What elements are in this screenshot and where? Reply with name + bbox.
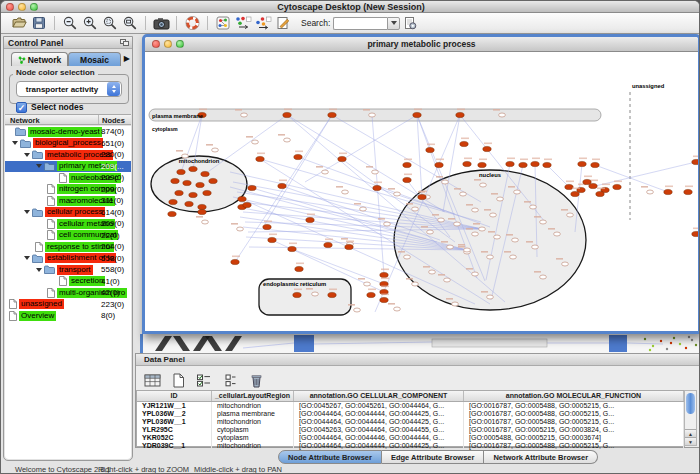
disclosure-triangle-icon[interactable]	[21, 150, 32, 160]
network-node[interactable]	[519, 162, 527, 167]
network-node[interactable]	[168, 211, 176, 216]
tree-row-macromolecule[interactable]: macromolecule311(0)	[5, 195, 131, 207]
network-node[interactable]	[295, 266, 303, 271]
layout-b-icon[interactable]	[254, 14, 272, 32]
network-node-open[interactable]	[562, 262, 569, 266]
network-node-open[interactable]	[438, 218, 445, 222]
zoom-fit-icon[interactable]	[121, 14, 139, 32]
network-node[interactable]	[506, 161, 514, 166]
tree-row-unassigned[interactable]: unassigned223(0)	[5, 299, 131, 311]
tab-node-attribute-browser[interactable]: Node Attribute Browser	[278, 450, 382, 464]
layout-a-icon[interactable]	[234, 14, 252, 32]
background-network-window[interactable]	[140, 334, 700, 354]
network-node-open[interactable]	[284, 138, 291, 142]
tab-network[interactable]: Network	[11, 52, 68, 66]
tree-row-nucleobase-c[interactable]: nucleobase-c209(0)	[5, 172, 131, 184]
network-node-open[interactable]	[322, 170, 329, 174]
network-node[interactable]	[169, 199, 177, 204]
tab-mosaic[interactable]: Mosaic	[68, 52, 121, 66]
tree-row-establishment-of-lo[interactable]: establishment of lo558(0)	[5, 253, 131, 265]
network-node[interactable]	[177, 169, 185, 174]
network-node[interactable]	[403, 162, 411, 167]
tree-row-metabolic-process[interactable]: metabolic process280(0)	[5, 149, 131, 161]
zoom-in-icon[interactable]	[81, 14, 99, 32]
network-node[interactable]	[201, 171, 209, 176]
network-node[interactable]	[198, 204, 206, 209]
network-node[interactable]	[578, 161, 586, 166]
network-node[interactable]	[189, 166, 197, 171]
help-ring-icon[interactable]	[183, 14, 201, 32]
network-node[interactable]	[380, 272, 388, 277]
network-node[interactable]	[583, 179, 591, 184]
attr-select-icon[interactable]	[195, 371, 213, 389]
network-node[interactable]	[596, 191, 604, 196]
network-node[interactable]	[483, 146, 491, 151]
network-node[interactable]	[171, 178, 179, 183]
network-node-open[interactable]	[460, 192, 467, 196]
network-node[interactable]	[664, 189, 672, 194]
tree-row-cellular-process[interactable]: cellular process614(0)	[5, 207, 131, 219]
network-node[interactable]	[203, 190, 211, 195]
network-node-open[interactable]	[364, 282, 371, 286]
network-node-open[interactable]	[480, 183, 487, 187]
network-node-open[interactable]	[429, 270, 436, 274]
table-row[interactable]: YDR039C__1mitochondrion[GO:0044464, GO:0…	[137, 442, 684, 450]
network-node-open[interactable]	[499, 113, 506, 117]
network-node-open[interactable]	[237, 227, 244, 231]
network-node-open[interactable]	[212, 148, 219, 152]
tree-row-multi-organism-pro[interactable]: multi-organism pro42(0)	[5, 287, 131, 299]
scroll-down-icon[interactable]: ▼	[685, 437, 696, 445]
column-header[interactable]: annotation.GO MOLECULAR_FUNCTION	[464, 391, 684, 401]
network-node-open[interactable]	[497, 197, 504, 201]
tree-row-cell-communicat[interactable]: cell communicat22(0)	[5, 230, 131, 242]
network-node-open[interactable]	[342, 190, 349, 194]
network-node[interactable]	[338, 156, 346, 161]
network-node-open[interactable]	[530, 205, 537, 209]
attribute-table-header[interactable]: ID_cellularLayoutRegionannotation.GO CEL…	[137, 391, 684, 402]
network-node-open[interactable]	[412, 282, 419, 286]
network-node[interactable]	[256, 156, 264, 161]
tree-row-nitrogen-compo[interactable]: nitrogen compo209(0)	[5, 184, 131, 196]
network-node[interactable]	[243, 202, 251, 207]
network-node[interactable]	[185, 201, 193, 206]
float-panel-icon[interactable]	[120, 39, 129, 47]
attr-matrix-icon[interactable]	[221, 371, 239, 389]
network-node[interactable]	[294, 154, 302, 159]
table-row[interactable]: YJR121W__1mitochondrion[GO:0045267, GO:0…	[137, 402, 684, 410]
network-node-open[interactable]	[487, 295, 494, 299]
network-node-open[interactable]	[454, 222, 461, 226]
open-file-icon[interactable]	[10, 14, 28, 32]
network-node[interactable]	[328, 112, 336, 117]
network-node[interactable]	[571, 191, 579, 196]
network-node-open[interactable]	[540, 275, 547, 279]
network-edge[interactable]	[205, 115, 287, 174]
table-row[interactable]: YKR052Ccytoplasm[GO:0044464, GO:0044446,…	[137, 434, 684, 442]
attr-delete-icon[interactable]	[247, 371, 265, 389]
network-node-open[interactable]	[532, 245, 539, 249]
network-node-open[interactable]	[404, 255, 411, 259]
network-node[interactable]	[565, 184, 573, 189]
network-node-open[interactable]	[444, 278, 451, 282]
scroll-up-icon[interactable]: ▲	[685, 429, 696, 437]
network-node[interactable]	[531, 161, 539, 166]
network-node-open[interactable]	[647, 190, 654, 194]
network-node[interactable]	[435, 162, 443, 167]
network-node-open[interactable]	[567, 213, 574, 217]
zoom-out-icon[interactable]	[61, 14, 79, 32]
table-scrollbar[interactable]: ▲ ▼	[684, 390, 697, 446]
network-window-titlebar[interactable]: primary metabolic process	[145, 37, 698, 52]
table-row[interactable]: YPL036W__1mitochondrion[GO:0044464, GO:0…	[137, 418, 684, 426]
network-node[interactable]	[367, 292, 375, 297]
network-node-open[interactable]	[384, 222, 391, 226]
network-node-open[interactable]	[394, 307, 401, 311]
network-node[interactable]	[478, 162, 486, 167]
network-node[interactable]	[209, 178, 217, 183]
network-node[interactable]	[238, 196, 246, 201]
column-header[interactable]: ID	[137, 391, 212, 401]
network-node[interactable]	[543, 162, 551, 167]
attr-new-icon[interactable]	[169, 371, 187, 389]
network-node[interactable]	[591, 162, 599, 167]
network-node-open[interactable]	[354, 308, 361, 312]
disclosure-triangle-icon[interactable]	[21, 253, 32, 263]
network-node-open[interactable]	[412, 207, 419, 211]
